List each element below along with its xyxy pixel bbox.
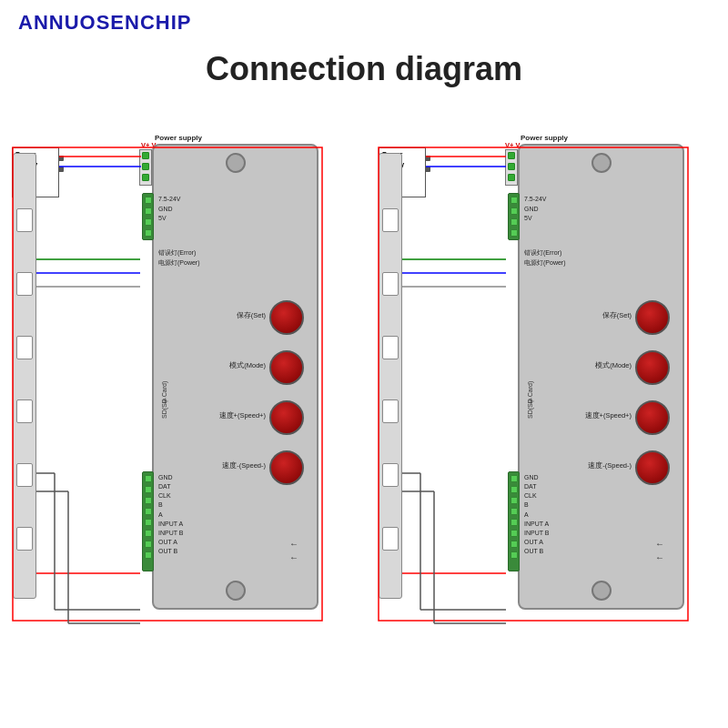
sd-label-left: SD卡(SD Card) [161, 359, 167, 419]
ctrl-bottom-labels-right: GND DAT CLK B A INPUT A INPUT B OUT A OU… [524, 473, 550, 556]
controller-right: SD卡(SD Card) 7.5-24V GND 5V 错误灯(Error) 电… [518, 144, 684, 610]
btn-set-right[interactable] [635, 300, 670, 335]
btn-speed-plus-left[interactable] [269, 400, 304, 435]
btn-speed-plus-right[interactable] [635, 400, 670, 435]
mount-hole-top-right [592, 153, 612, 173]
btn-speedplus-label-right: 速度+(Speed+) [585, 411, 632, 420]
btn-set-label-left: 保存(Set) [237, 311, 266, 320]
btn-speedminus-label-right: 速度-(Speed-) [588, 461, 632, 470]
btn-set-label-right: 保存(Set) [602, 311, 632, 320]
brand-logo: ANNUOSENCHIP [18, 11, 191, 35]
ps-connector-left [139, 149, 152, 186]
btn-speedplus-label-left: 速度+(Speed+) [219, 411, 266, 420]
terminal-bottom-left [142, 471, 154, 571]
btn-speed-minus-right[interactable] [635, 450, 670, 485]
controller-left: SD卡(SD Card) 7.5-24V GND 5V 错误灯(Error) 电… [152, 144, 318, 610]
ps-connector-sublabel-left: Power supply [155, 134, 202, 142]
mount-hole-bottom-left [226, 581, 246, 601]
terminal-bottom-right [508, 471, 520, 571]
ctrl-status-labels-right: 错误灯(Error) 电源灯(Power) [524, 248, 566, 268]
btn-mode-right[interactable] [635, 350, 670, 385]
ctrl-top-labels-left: 7.5-24V GND 5V [158, 195, 181, 224]
btn-mode-label-left: 模式(Mode) [229, 361, 266, 370]
btn-mode-left[interactable] [269, 350, 304, 385]
led-strip-left [13, 153, 36, 599]
ctrl-status-labels-left: 错误灯(Error) 电源灯(Power) [158, 248, 200, 268]
mount-hole-top-left [226, 153, 246, 173]
btn-set-left[interactable] [269, 300, 304, 335]
mount-hole-bottom-right [592, 581, 612, 601]
ctrl-bottom-labels-left: GND DAT CLK B A INPUT A INPUT B OUT A OU… [158, 473, 184, 556]
btn-mode-label-right: 模式(Mode) [595, 361, 632, 370]
btn-speed-minus-left[interactable] [269, 450, 304, 485]
led-strip-right [379, 153, 402, 599]
terminal-top-left [142, 193, 154, 240]
btn-speedminus-label-left: 速度-(Speed-) [222, 461, 266, 470]
ctrl-top-labels-right: 7.5-24V GND 5V [524, 195, 547, 224]
ps-connector-right [505, 149, 518, 186]
page-title: Connection diagram [0, 50, 728, 88]
sd-label-right: SD卡(SD Card) [527, 359, 533, 419]
terminal-top-right [508, 193, 520, 240]
ps-connector-sublabel-right: Power supply [521, 134, 568, 142]
